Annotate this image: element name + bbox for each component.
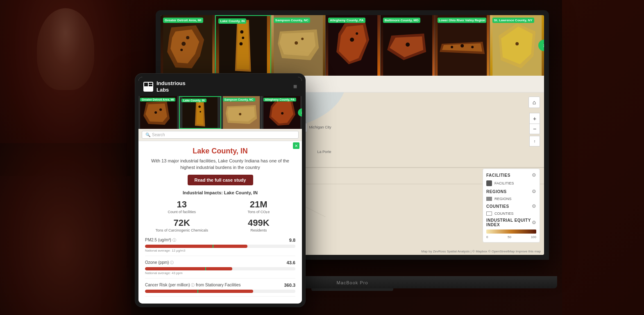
tablet-card-sampson[interactable]: Sampson County, NC: [221, 96, 262, 129]
case-study-button[interactable]: Read the full case study: [188, 175, 253, 185]
tablet-search-icon: 🔍: [145, 133, 150, 137]
tablet-search-placeholder: Search: [152, 133, 165, 137]
region-map-sampson: [271, 15, 325, 76]
tablet-card-lake[interactable]: Lake County, IN: [179, 96, 221, 129]
scale-max: 100: [531, 235, 536, 239]
map-home-button[interactable]: ⌂: [528, 97, 540, 108]
panel-close-button[interactable]: ✕: [293, 142, 299, 149]
compass-button[interactable]: ↑: [529, 136, 540, 146]
region-label-allegheny: Allegheny County, PA: [328, 18, 365, 23]
tablet-mockup: IndustriousLabs ≡ Greater Detroit Area, …: [135, 74, 305, 307]
svg-point-83: [239, 113, 241, 115]
svg-point-87: [281, 112, 283, 115]
cancer-info-icon[interactable]: ⓘ: [191, 283, 195, 287]
stat-carcinogen-number: 72K: [145, 218, 219, 228]
stat-carcinogen-label: Tons of Carcinogenic Chemicals: [145, 228, 219, 233]
svg-point-25: [406, 43, 410, 47]
metric-pm25-fill: [145, 245, 247, 248]
svg-point-11: [240, 42, 243, 45]
pm25-info-icon[interactable]: ⓘ: [172, 238, 176, 242]
svg-marker-14: [279, 32, 315, 56]
tablet-label-sampson: Sampson County, NC: [223, 98, 255, 101]
zoom-out-button[interactable]: −: [529, 124, 540, 134]
legend-equity-gear[interactable]: ⚙: [532, 220, 536, 225]
svg-point-4: [186, 36, 189, 39]
metric-cancer-value: 360.3: [284, 283, 295, 288]
stat-residents-number: 499K: [222, 218, 296, 228]
region-map-allegheny: [326, 15, 380, 76]
equity-scale-labels: 0 50 100: [486, 235, 536, 239]
metric-ozone-bar: [145, 267, 295, 270]
scale-min: 0: [486, 235, 488, 239]
stat-co2-number: 21M: [222, 199, 296, 210]
metric-pm25-name: PM2.5 (ug/m³) ⓘ: [145, 238, 176, 243]
metric-pm25: PM2.5 (ug/m³) ⓘ 9.8 National average: 12…: [145, 238, 295, 256]
svg-point-5: [180, 49, 183, 51]
metric-cancer: Cancer Risk (per million) ⓘ from Station…: [145, 283, 295, 297]
svg-marker-8: [237, 22, 249, 70]
svg-point-35: [515, 42, 519, 45]
svg-point-74: [159, 108, 162, 111]
facilities-label: FACILITIES: [494, 181, 514, 185]
counties-label: COUNTIES: [494, 212, 514, 216]
region-card-detroit[interactable]: Greater Detroit Area, MI: [161, 15, 215, 76]
metric-pm25-avg: National average: 12 µg/m3: [145, 249, 295, 252]
tablet-panel[interactable]: ✕ Lake County, IN With 13 major industri…: [138, 141, 302, 304]
region-card-stlawrence[interactable]: St. Lawrence County, NY ›: [490, 15, 544, 76]
tablet-region-cards: Greater Detroit Area, MI Lake County, IN: [138, 96, 302, 129]
tablet-county-desc: With 13 major industrial facilities, Lak…: [145, 158, 295, 171]
metric-pm25-bar: [145, 245, 295, 248]
region-card-baltimore[interactable]: Baltimore County, MD: [381, 15, 435, 76]
region-card-sampson[interactable]: Sampson County, NC: [271, 15, 326, 76]
region-cards-bar: Greater Detroit Area, MI: [161, 15, 544, 76]
region-map-ohio: [435, 15, 489, 76]
region-map-baltimore: [381, 15, 435, 76]
svg-point-30: [460, 44, 464, 47]
stat-carcinogen: 72K Tons of Carcinogenic Chemicals: [145, 218, 219, 233]
tablet-section-title: Industrial Impacts: Lake County, IN: [145, 190, 295, 195]
tablet-logo-icon: [143, 82, 153, 92]
ozone-info-icon[interactable]: ⓘ: [170, 261, 174, 265]
legend-regions-gear[interactable]: ⚙: [532, 189, 536, 194]
svg-point-21: [356, 32, 358, 35]
tablet-logo-text: IndustriousLabs: [156, 80, 186, 93]
map-zoom-controls: + − ↑: [529, 113, 540, 146]
legend-counties-title: COUNTIES: [486, 204, 509, 209]
legend-facilities-gear[interactable]: ⚙: [532, 172, 536, 178]
stat-facilities-number: 13: [145, 199, 219, 210]
regions-label: REGIONS: [494, 197, 512, 201]
region-label-ohio: Lower Ohio River Valley Region: [438, 18, 486, 23]
region-card-lake[interactable]: Lake County, IN: [215, 15, 271, 76]
tablet-card-allegheny[interactable]: Allegheny County, PA ›: [262, 96, 302, 129]
svg-point-10: [242, 37, 245, 39]
zoom-in-button[interactable]: +: [529, 113, 540, 124]
stat-residents: 499K Residents: [222, 218, 296, 233]
svg-point-16: [301, 38, 304, 40]
metric-cancer-bar: [145, 290, 295, 293]
legend-equity-title: INDUSTRIAL EQUITY INDEX: [486, 218, 532, 227]
region-map-stlawrence: [490, 15, 544, 76]
region-label-baltimore: Baltimore County, MD: [383, 18, 420, 23]
metric-ozone-avg: National average: 43 ppm: [145, 271, 295, 275]
region-card-ohio[interactable]: Lower Ohio River Valley Region: [435, 15, 490, 76]
stat-residents-label: Residents: [222, 228, 296, 233]
regions-icon: [486, 197, 492, 201]
tablet-search-wrap[interactable]: 🔍 Search: [142, 131, 299, 139]
legend-regions-title: REGIONS: [486, 189, 507, 194]
region-card-allegheny[interactable]: Allegheny County, PA: [326, 15, 380, 76]
region-label-sampson: Sampson County, NC: [274, 18, 310, 23]
metric-pm25-value: 9.8: [289, 238, 295, 243]
equity-index-gradient: [486, 230, 536, 234]
svg-point-29: [451, 46, 453, 48]
region-map-detroit: [161, 15, 215, 76]
tablet-label-allegheny: Allegheny County, PA: [263, 98, 296, 101]
tablet-card-detroit[interactable]: Greater Detroit Area, MI: [138, 96, 179, 129]
svg-point-20: [350, 38, 354, 42]
region-map-lake: [216, 16, 270, 75]
legend-counties-gear[interactable]: ⚙: [532, 203, 536, 209]
tablet-menu-icon[interactable]: ≡: [293, 83, 297, 90]
region-label-stlawrence: St. Lawrence County, NY: [492, 18, 534, 23]
stat-facilities-label: Count of facilities: [145, 210, 219, 214]
svg-rect-67: [144, 83, 148, 86]
metric-cancer-avg-line: [197, 290, 198, 293]
